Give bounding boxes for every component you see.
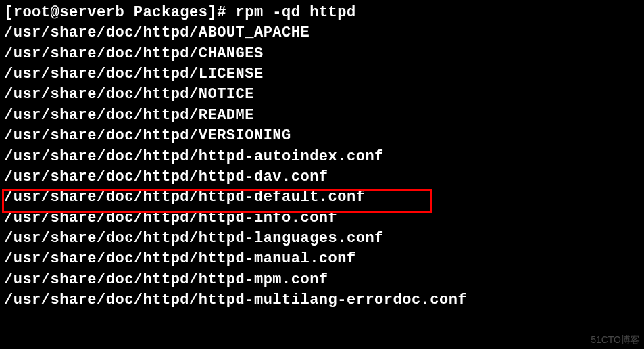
- output-line: /usr/share/doc/httpd/httpd-dav.conf: [4, 167, 640, 187]
- watermark-text: 51CTO博客: [591, 333, 640, 346]
- output-line: /usr/share/doc/httpd/LICENSE: [4, 64, 640, 85]
- output-line: /usr/share/doc/httpd/README: [4, 106, 640, 126]
- output-line-highlighted: /usr/share/doc/httpd/httpd-default.conf: [4, 187, 640, 208]
- output-line: /usr/share/doc/httpd/httpd-multilang-err…: [4, 290, 640, 310]
- output-line: /usr/share/doc/httpd/httpd-autoindex.con…: [4, 147, 640, 167]
- output-line: /usr/share/doc/httpd/httpd-mpm.conf: [4, 270, 640, 290]
- output-line: /usr/share/doc/httpd/httpd-manual.conf: [4, 249, 640, 269]
- command-line: [root@serverb Packages]# rpm -qd httpd: [4, 3, 640, 23]
- output-line: /usr/share/doc/httpd/httpd-info.conf: [4, 208, 640, 229]
- output-line: /usr/share/doc/httpd/ABOUT_APACHE: [4, 23, 640, 43]
- shell-prompt: [root@serverb Packages]#: [4, 4, 236, 21]
- output-line: /usr/share/doc/httpd/httpd-languages.con…: [4, 229, 640, 249]
- command-text: rpm -qd httpd: [236, 4, 356, 21]
- output-line: /usr/share/doc/httpd/NOTICE: [4, 85, 640, 105]
- terminal-output[interactable]: [root@serverb Packages]# rpm -qd httpd /…: [4, 3, 640, 310]
- output-line: /usr/share/doc/httpd/CHANGES: [4, 44, 640, 64]
- output-line: /usr/share/doc/httpd/VERSIONING: [4, 126, 640, 146]
